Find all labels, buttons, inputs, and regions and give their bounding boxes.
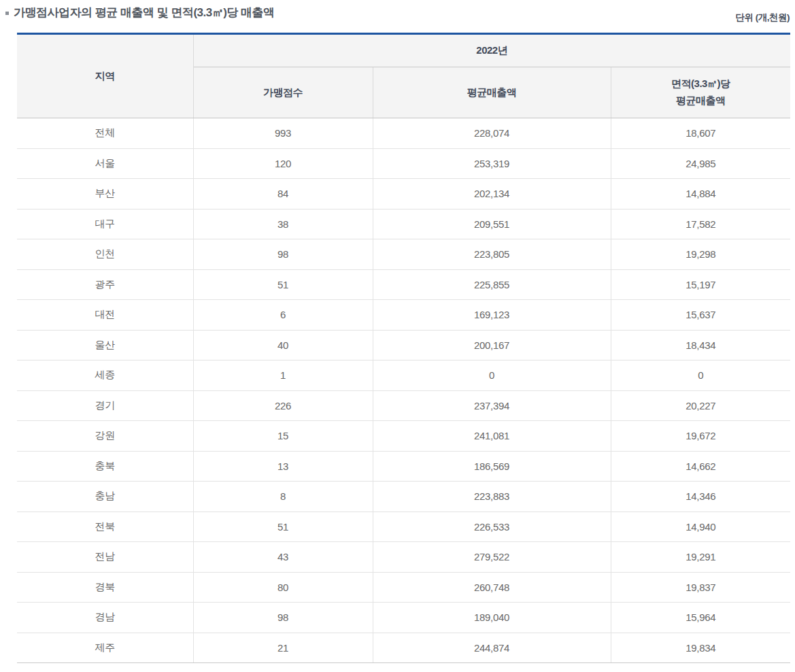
col-header-area-sales: 면적(3.3㎡)당 평균매출액 (611, 67, 790, 118)
table-row: 전남43279,52219,291 (17, 542, 790, 573)
area-sales-cell: 20,227 (611, 390, 790, 421)
stores-cell: 84 (193, 179, 373, 209)
stores-cell: 6 (193, 300, 373, 331)
table-header: 지역 2022년 가맹점수 평균매출액 면적(3.3㎡)당 평균매출액 (17, 34, 790, 118)
header-row-year: 지역 2022년 (17, 34, 790, 67)
stores-cell: 98 (193, 603, 373, 633)
area-sales-cell: 15,197 (611, 269, 790, 300)
stores-cell: 98 (193, 239, 373, 270)
region-cell: 전체 (17, 118, 193, 149)
avg-sales-cell: 253,319 (373, 148, 611, 179)
table-row: 경북80260,74819,837 (17, 572, 790, 603)
avg-sales-cell: 237,394 (373, 390, 611, 421)
avg-sales-cell: 279,522 (373, 542, 611, 573)
avg-sales-cell: 225,855 (373, 269, 611, 300)
avg-sales-cell: 200,167 (373, 330, 611, 360)
col-header-year: 2022년 (193, 34, 790, 67)
stores-cell: 51 (193, 269, 373, 300)
area-sales-cell: 18,607 (611, 118, 790, 149)
area-sales-cell: 17,582 (611, 209, 790, 239)
area-sales-cell: 19,291 (611, 542, 790, 573)
table-row: 경남98189,04015,964 (17, 603, 790, 633)
table-row: 광주51225,85515,197 (17, 269, 790, 300)
area-sales-cell: 19,298 (611, 239, 790, 270)
table-row: 울산40200,16718,434 (17, 330, 790, 360)
area-sales-cell: 15,637 (611, 300, 790, 331)
table-row: 대전6169,12315,637 (17, 300, 790, 331)
avg-sales-cell: 244,874 (373, 633, 611, 663)
region-cell: 전남 (17, 542, 193, 573)
region-cell: 전북 (17, 511, 193, 542)
region-cell: 경기 (17, 390, 193, 421)
table-body: 전체993228,07418,607서울120253,31924,985부산84… (17, 118, 790, 663)
area-sales-cell: 14,884 (611, 179, 790, 209)
avg-sales-cell: 241,081 (373, 421, 611, 452)
square-bullet-icon (5, 12, 9, 15)
avg-sales-cell: 226,533 (373, 511, 611, 542)
region-cell: 세종 (17, 360, 193, 391)
col-header-area-sales-line1: 면적(3.3㎡)당 (611, 75, 791, 93)
avg-sales-cell: 189,040 (373, 603, 611, 633)
area-sales-cell: 15,964 (611, 603, 790, 633)
area-sales-cell: 19,834 (611, 633, 790, 663)
col-header-area-sales-line2: 평균매출액 (611, 93, 791, 110)
region-cell: 서울 (17, 148, 193, 179)
col-header-stores: 가맹점수 (193, 67, 373, 118)
region-cell: 경남 (17, 603, 193, 633)
table-row: 충남8223,88314,346 (17, 482, 790, 512)
stores-cell: 226 (193, 390, 373, 421)
region-cell: 제주 (17, 633, 193, 663)
area-sales-cell: 24,985 (611, 148, 790, 179)
region-cell: 인천 (17, 239, 193, 270)
stores-cell: 13 (193, 451, 373, 482)
stores-cell: 43 (193, 542, 373, 573)
col-header-avg-sales: 평균매출액 (373, 67, 611, 118)
avg-sales-cell: 209,551 (373, 209, 611, 239)
avg-sales-cell: 260,748 (373, 572, 611, 603)
table-row: 충북13186,56914,662 (17, 451, 790, 482)
stores-cell: 51 (193, 511, 373, 542)
area-sales-cell: 18,434 (611, 330, 790, 360)
region-cell: 부산 (17, 179, 193, 209)
table-row: 제주21244,87419,834 (17, 633, 790, 663)
stores-cell: 15 (193, 421, 373, 452)
stores-cell: 38 (193, 209, 373, 239)
table-row: 경기226237,39420,227 (17, 390, 790, 421)
avg-sales-cell: 223,883 (373, 482, 611, 512)
page-title: 가맹점사업자의 평균 매출액 및 면적(3.3㎡)당 매출액 (14, 6, 275, 20)
sales-table: 지역 2022년 가맹점수 평균매출액 면적(3.3㎡)당 평균매출액 전체99… (17, 33, 790, 663)
area-sales-cell: 0 (611, 360, 790, 391)
stores-cell: 80 (193, 572, 373, 603)
table-row: 인천98223,80519,298 (17, 239, 790, 270)
table-row: 세종100 (17, 360, 790, 391)
area-sales-cell: 19,837 (611, 572, 790, 603)
page-title-row: 가맹점사업자의 평균 매출액 및 면적(3.3㎡)당 매출액 (5, 6, 275, 20)
page: 가맹점사업자의 평균 매출액 및 면적(3.3㎡)당 매출액 단위 (개,천원)… (0, 0, 795, 672)
stores-cell: 1 (193, 360, 373, 391)
avg-sales-cell: 223,805 (373, 239, 611, 270)
region-cell: 광주 (17, 269, 193, 300)
stores-cell: 21 (193, 633, 373, 663)
table-row: 대구38209,55117,582 (17, 209, 790, 239)
stores-cell: 120 (193, 148, 373, 179)
table-row: 부산84202,13414,884 (17, 179, 790, 209)
avg-sales-cell: 186,569 (373, 451, 611, 482)
stores-cell: 993 (193, 118, 373, 149)
avg-sales-cell: 228,074 (373, 118, 611, 149)
area-sales-cell: 14,346 (611, 482, 790, 512)
area-sales-cell: 19,672 (611, 421, 790, 452)
region-cell: 울산 (17, 330, 193, 360)
region-cell: 대구 (17, 209, 193, 239)
region-cell: 강원 (17, 421, 193, 452)
stores-cell: 40 (193, 330, 373, 360)
table-row: 전체993228,07418,607 (17, 118, 790, 149)
table-row: 강원15241,08119,672 (17, 421, 790, 452)
area-sales-cell: 14,940 (611, 511, 790, 542)
table-row: 전북51226,53314,940 (17, 511, 790, 542)
region-cell: 경북 (17, 572, 193, 603)
avg-sales-cell: 169,123 (373, 300, 611, 331)
region-cell: 대전 (17, 300, 193, 331)
area-sales-cell: 14,662 (611, 451, 790, 482)
table-row: 서울120253,31924,985 (17, 148, 790, 179)
region-cell: 충남 (17, 482, 193, 512)
